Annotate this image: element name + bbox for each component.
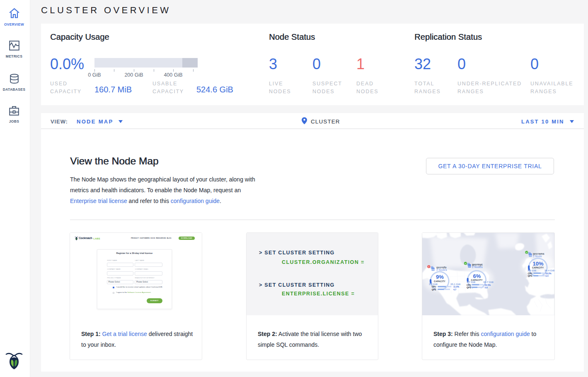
svg-text:36.4 GiB: 36.4 GiB [544, 269, 554, 272]
svg-text:11.0%: 11.0% [453, 285, 460, 288]
svg-text:0.4: 0.4 [545, 275, 548, 277]
svg-text:CPU: CPU [467, 284, 471, 286]
svg-text:53.2%: 53.2% [545, 272, 552, 275]
svg-text:QPS: QPS [432, 288, 436, 291]
svg-text:CAPACITY: CAPACITY [434, 280, 445, 283]
svg-text:3.7 GiB: 3.7 GiB [467, 280, 476, 283]
svg-text:10%: 10% [532, 261, 543, 267]
svg-text:QPS: QPS [528, 275, 532, 277]
svg-text:65.7 GiB: 65.7 GiB [484, 280, 494, 283]
svg-text:4.7: 4.7 [453, 288, 456, 291]
svg-text:9%: 9% [436, 274, 444, 280]
svg-text:CPU: CPU [432, 285, 436, 288]
svg-text:CPU: CPU [528, 272, 532, 275]
svg-text:3.6 GiB: 3.6 GiB [528, 269, 537, 272]
svg-text:42.5%: 42.5% [485, 284, 491, 286]
svg-text:6%: 6% [473, 273, 481, 279]
svg-text:5.8: 5.8 [485, 286, 488, 289]
svg-text:QPS: QPS [467, 286, 471, 289]
